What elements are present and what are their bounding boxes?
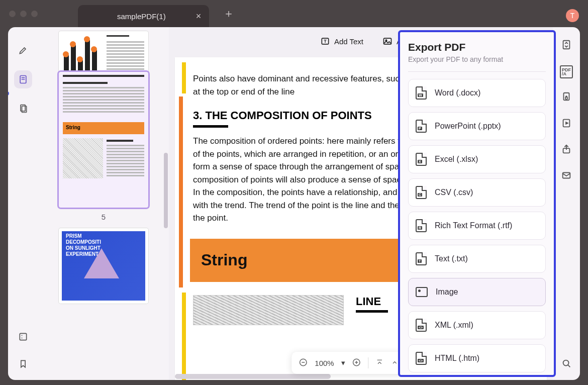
export-option-text-txt[interactable]: TText (.txt) — [408, 245, 546, 273]
horizontal-scrollbar[interactable] — [175, 374, 331, 379]
indicator-dot — [8, 91, 9, 95]
export-subtitle: Export your PDF to any format — [408, 55, 546, 63]
svg-rect-10 — [384, 38, 391, 44]
margin-marker — [179, 97, 183, 287]
heading-underline — [193, 125, 228, 128]
export-option-label: Rich Text Format (.rtf) — [435, 221, 512, 230]
convert-icon[interactable] — [561, 39, 572, 52]
export-option-label: Image — [436, 287, 458, 297]
export-option-csv-csv[interactable]: CCSV (.csv) — [408, 178, 546, 207]
export-option-html-htm[interactable]: <>HTML (.htm) — [408, 344, 546, 372]
image-icon — [416, 287, 428, 297]
pages-tool[interactable] — [14, 100, 32, 118]
export-option-label: CSV (.csv) — [435, 188, 473, 197]
window-controls — [9, 11, 38, 17]
export-option-rich-text-format-rtf[interactable]: RRich Text Format (.rtf) — [408, 212, 546, 240]
thumbnails-panel-toggle[interactable] — [14, 70, 32, 88]
svg-rect-20 — [565, 97, 567, 100]
first-page-button[interactable] — [376, 358, 384, 368]
play-file-icon[interactable] — [561, 118, 572, 131]
thumbnail-5[interactable]: String 5 — [38, 72, 169, 221]
file-icon: <> — [416, 319, 427, 332]
svg-rect-5 — [20, 333, 26, 340]
svg-marker-22 — [566, 122, 568, 124]
export-option-label: Text (.txt) — [435, 254, 468, 263]
export-pdf-panel: Export PDF Export your PDF to any format… — [398, 30, 556, 377]
export-option-label: Word (.docx) — [435, 88, 480, 98]
pdfa-icon[interactable]: PDF/A — [560, 65, 573, 78]
zoom-in-button[interactable] — [352, 358, 361, 368]
export-option-label: HTML (.htm) — [435, 354, 479, 363]
file-icon: W — [416, 86, 427, 100]
illustration-image — [193, 295, 344, 325]
zoom-level[interactable]: 100% — [315, 359, 334, 367]
margin-marker — [182, 62, 186, 93]
minimize-window[interactable] — [20, 11, 27, 17]
margin-marker — [182, 293, 186, 380]
svg-line-26 — [568, 365, 570, 367]
file-icon: P — [416, 120, 427, 133]
bookmark-tool[interactable] — [14, 355, 32, 373]
thumbnail-6[interactable]: PRISM DECOMPOSITI ON SUNLIGHT EXPERIMENT — [38, 228, 169, 304]
left-toolbar — [8, 27, 38, 380]
add-text-button[interactable]: T Add Text — [320, 36, 363, 46]
scrollbar-thumb[interactable] — [164, 153, 168, 228]
titlebar: samplePDF(1) × ＋ T — [0, 0, 588, 27]
right-toolbar: PDF/A — [553, 27, 580, 380]
thumb-number: 5 — [102, 213, 106, 221]
export-option-word-docx[interactable]: WWord (.docx) — [408, 79, 546, 107]
export-option-label: XML (.xml) — [435, 321, 473, 330]
export-option-xml-xml[interactable]: <>XML (.xml) — [408, 311, 546, 339]
divider — [408, 71, 546, 72]
file-icon: T — [416, 252, 427, 265]
user-avatar[interactable]: T — [566, 9, 579, 22]
tab-title: samplePDF(1) — [117, 12, 166, 21]
file-icon: R — [416, 219, 427, 232]
search-icon[interactable] — [561, 358, 572, 371]
zoom-out-button[interactable] — [299, 358, 308, 368]
app-window: 4 String 5 PRISM DECOMPOSITI — [8, 27, 580, 380]
export-option-label: Excel (.xlsx) — [435, 155, 478, 164]
svg-text:T: T — [324, 39, 327, 44]
export-option-label: PowerPoint (.pptx) — [435, 122, 501, 131]
highlighter-tool[interactable] — [14, 41, 32, 59]
file-icon: <> — [416, 352, 427, 365]
file-icon: C — [416, 186, 427, 199]
export-title: Export PDF — [408, 41, 546, 53]
lock-file-icon[interactable] — [561, 91, 572, 105]
close-window[interactable] — [9, 11, 16, 17]
file-icon: X — [416, 153, 427, 166]
mail-icon[interactable] — [561, 170, 572, 183]
export-option-powerpoint-pptx[interactable]: PPowerPoint (.pptx) — [408, 112, 546, 140]
thumbnail-panel: 4 String 5 PRISM DECOMPOSITI — [38, 27, 169, 380]
form-tool[interactable] — [14, 328, 32, 346]
heading-underline — [356, 310, 388, 313]
document-tab[interactable]: samplePDF(1) × — [78, 5, 209, 27]
svg-point-25 — [563, 360, 569, 366]
zoom-dropdown-icon[interactable]: ▾ — [341, 358, 345, 367]
export-option-image[interactable]: Image — [408, 278, 546, 306]
close-tab-icon[interactable]: × — [196, 11, 202, 22]
export-option-excel-xlsx[interactable]: XExcel (.xlsx) — [408, 145, 546, 173]
maximize-window[interactable] — [31, 11, 38, 17]
share-icon[interactable] — [561, 144, 572, 157]
new-tab-button[interactable]: ＋ — [223, 6, 234, 21]
